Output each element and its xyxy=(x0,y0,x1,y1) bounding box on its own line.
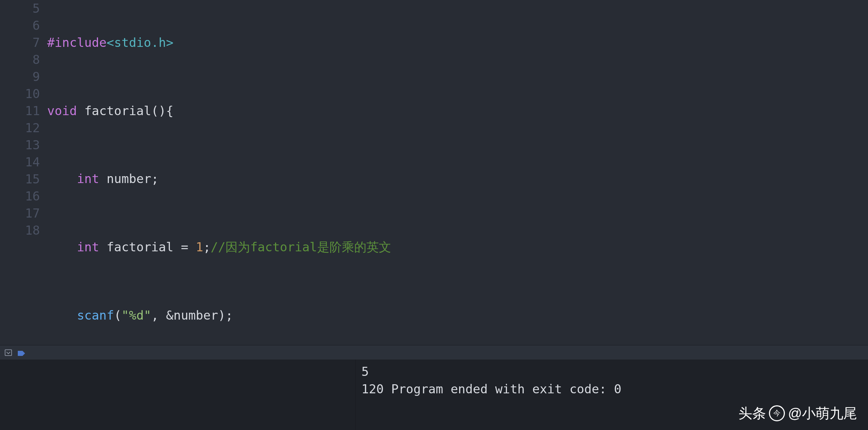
code-line[interactable]: void factorial(){ xyxy=(47,102,868,119)
type-int: int xyxy=(77,170,99,187)
identifier: factorial xyxy=(107,239,173,256)
ampersand: & xyxy=(166,307,173,324)
include-lib: <stdio.h> xyxy=(107,34,173,51)
console-panel: 5 120 Program ended with exit code: 0 xyxy=(0,360,868,430)
code-editor[interactable]: 5 6 7 8 9 10 11 12 13 14 15 16 17 18 #in… xyxy=(0,0,868,345)
line-number: 9 xyxy=(0,68,40,85)
semicolon: ; xyxy=(203,239,210,256)
paren-open: ( xyxy=(114,307,121,324)
line-number: 12 xyxy=(0,119,40,137)
line-number: 16 xyxy=(0,188,40,205)
line-number: 18 xyxy=(0,222,40,239)
string-literal: "%d" xyxy=(122,307,151,324)
console-left-pane[interactable] xyxy=(0,360,356,430)
number-literal: 1 xyxy=(196,239,203,256)
line-gutter: 5 6 7 8 9 10 11 12 13 14 15 16 17 18 xyxy=(0,0,47,345)
semicolon: ; xyxy=(151,170,159,187)
code-line[interactable]: int factorial = 1;//因为factorial是阶乘的英文 xyxy=(47,239,868,256)
operator: = xyxy=(181,239,188,256)
line-number: 15 xyxy=(0,171,40,188)
code-line[interactable]: scanf("%d", &number); xyxy=(47,307,868,324)
comma: , xyxy=(151,307,159,324)
watermark-text-left: 头条 xyxy=(738,404,766,423)
line-number: 13 xyxy=(0,137,40,154)
preprocessor: #include xyxy=(47,34,107,51)
svg-rect-0 xyxy=(5,350,12,356)
expand-icon[interactable] xyxy=(4,349,12,357)
console-line: 5 xyxy=(361,364,369,379)
function-name: factorial xyxy=(84,102,151,119)
line-number: 5 xyxy=(0,0,40,17)
line-number: 17 xyxy=(0,205,40,222)
brace: { xyxy=(166,102,173,119)
line-number: 7 xyxy=(0,34,40,51)
line-number: 11 xyxy=(0,102,40,119)
line-number: 14 xyxy=(0,154,40,171)
debug-toolbar xyxy=(0,345,868,360)
paren-close: ) xyxy=(218,307,225,324)
code-line[interactable]: #include<stdio.h> xyxy=(47,34,868,51)
identifier: number xyxy=(107,170,151,187)
parentheses: () xyxy=(151,102,166,119)
watermark-text-right: @小萌九尾 xyxy=(788,404,857,423)
semicolon: ; xyxy=(225,307,233,324)
line-number: 10 xyxy=(0,85,40,102)
watermark: 头条 今 @小萌九尾 xyxy=(738,404,857,423)
type-int: int xyxy=(77,239,99,256)
tag-icon[interactable] xyxy=(17,344,25,361)
watermark-logo-icon: 今 xyxy=(769,405,785,421)
console-line: 120 Program ended with exit code: 0 xyxy=(361,382,621,396)
keyword-void: void xyxy=(47,102,77,119)
code-content[interactable]: #include<stdio.h> void factorial(){ int … xyxy=(47,0,868,345)
function-call: scanf xyxy=(77,307,114,324)
line-number: 6 xyxy=(0,17,40,34)
identifier: number xyxy=(173,307,218,324)
comment: //因为factorial是阶乘的英文 xyxy=(210,239,391,256)
line-number: 8 xyxy=(0,51,40,68)
code-line[interactable]: int number; xyxy=(47,170,868,187)
